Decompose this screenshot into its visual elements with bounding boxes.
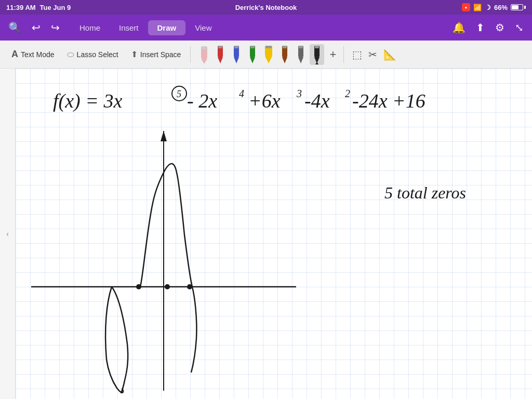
curve-v-left bbox=[105, 287, 123, 393]
app-name: Derrick's Notebook bbox=[235, 4, 297, 11]
pen-brown[interactable] bbox=[277, 44, 292, 65]
fullscreen-icon[interactable]: ⤡ bbox=[515, 21, 524, 34]
share-icon[interactable]: ⬆ bbox=[476, 21, 485, 34]
svg-rect-11 bbox=[250, 46, 255, 48]
search-icon[interactable]: 🔍 bbox=[8, 21, 21, 34]
date: Tue Jun 9 bbox=[40, 4, 71, 11]
content-area: ‹ f(x) = 3x 5 - 2x 4 +6x 3 -4x 2 -24x +1… bbox=[0, 69, 532, 399]
lasso-tool-icon[interactable]: ✂ bbox=[368, 48, 377, 61]
insert-space-button[interactable]: ⬆ Insert Space bbox=[126, 47, 187, 62]
svg-rect-5 bbox=[218, 46, 222, 48]
toolbar-divider bbox=[190, 46, 191, 63]
svg-marker-10 bbox=[250, 57, 255, 63]
svg-rect-2 bbox=[202, 46, 207, 49]
nav-right-icons: 🔔 ⬆ ⚙ ⤡ bbox=[453, 21, 524, 34]
formula-f: f(x) = 3x bbox=[53, 90, 122, 112]
status-bar: 11:39 AM Tue Jun 9 Derrick's Notebook ● … bbox=[0, 0, 532, 15]
pen-green[interactable] bbox=[245, 44, 260, 65]
pen-gray[interactable] bbox=[294, 44, 308, 65]
pen-pink[interactable] bbox=[197, 44, 211, 65]
insert-space-label: Insert Space bbox=[140, 50, 181, 59]
svg-text:2: 2 bbox=[345, 88, 350, 99]
svg-text:5: 5 bbox=[177, 89, 181, 99]
curve-left bbox=[112, 287, 128, 380]
svg-rect-23 bbox=[315, 46, 319, 48]
tab-draw[interactable]: Draw bbox=[148, 20, 186, 35]
status-left: 11:39 AM Tue Jun 9 bbox=[6, 4, 71, 11]
lasso-icon: ⬭ bbox=[67, 50, 74, 59]
toolbar-divider-2 bbox=[343, 46, 344, 63]
svg-rect-17 bbox=[283, 46, 287, 48]
moon-icon: ☽ bbox=[485, 4, 491, 11]
svg-marker-16 bbox=[282, 57, 287, 63]
svg-marker-24 bbox=[315, 62, 318, 64]
svg-marker-4 bbox=[218, 57, 223, 63]
zero-dot-2 bbox=[165, 284, 170, 289]
zeros-annotation: 5 total zeros bbox=[384, 183, 466, 202]
toolbar-right-icons: ⬚ ✂ 📐 bbox=[352, 48, 396, 61]
lasso-select-label: Lasso Select bbox=[77, 50, 118, 59]
svg-text:4: 4 bbox=[239, 88, 244, 99]
tab-insert[interactable]: Insert bbox=[110, 20, 148, 35]
zero-dot-3 bbox=[187, 284, 192, 289]
svg-rect-14 bbox=[265, 46, 272, 48]
chevron-left-icon: ‹ bbox=[6, 230, 9, 238]
svg-rect-8 bbox=[234, 46, 238, 48]
status-right: ● 📶 ☽ 66% bbox=[462, 3, 526, 11]
nav-tabs: Home Insert Draw View bbox=[70, 20, 453, 35]
formula-rest: - 2x bbox=[187, 90, 217, 112]
text-mode-icon: A bbox=[11, 49, 18, 60]
bell-icon[interactable]: 🔔 bbox=[453, 21, 466, 34]
settings-icon[interactable]: ⚙ bbox=[495, 21, 504, 34]
nav-left-icons: 🔍 ↩ ↪ bbox=[8, 21, 60, 34]
drawing-canvas: f(x) = 3x 5 - 2x 4 +6x 3 -4x 2 -24x +16 … bbox=[16, 69, 532, 399]
tab-home[interactable]: Home bbox=[70, 20, 110, 35]
insert-space-icon: ⬆ bbox=[131, 49, 138, 59]
svg-marker-13 bbox=[265, 56, 272, 63]
pen-red[interactable] bbox=[213, 44, 228, 65]
svg-text:3: 3 bbox=[296, 88, 302, 99]
pen-black[interactable] bbox=[310, 44, 324, 65]
svg-text:-24x +16: -24x +16 bbox=[352, 90, 425, 112]
text-mode-label: Text Mode bbox=[21, 50, 55, 59]
selection-icon[interactable]: ⬚ bbox=[352, 48, 362, 61]
undo-icon[interactable]: ↩ bbox=[32, 21, 41, 34]
redo-icon[interactable]: ↪ bbox=[51, 21, 60, 34]
ruler-icon[interactable]: 📐 bbox=[383, 48, 396, 61]
battery-percent: 66% bbox=[494, 4, 508, 11]
svg-marker-19 bbox=[298, 57, 303, 63]
add-pen-button[interactable]: + bbox=[326, 48, 339, 61]
curve-right-down bbox=[191, 287, 196, 373]
y-axis-arrow bbox=[161, 131, 167, 141]
svg-text:-4x: -4x bbox=[304, 90, 330, 112]
svg-rect-20 bbox=[299, 46, 303, 48]
svg-text:+6x: +6x bbox=[248, 90, 281, 112]
battery-indicator bbox=[511, 4, 526, 10]
zero-dot-1 bbox=[136, 284, 141, 289]
svg-marker-1 bbox=[201, 59, 207, 64]
pen-colors bbox=[197, 44, 324, 65]
text-mode-button[interactable]: A Text Mode bbox=[6, 46, 60, 62]
pen-yellow[interactable] bbox=[261, 44, 276, 65]
sidebar-toggle[interactable]: ‹ bbox=[0, 69, 16, 399]
toolbar: A Text Mode ⬭ Lasso Select ⬆ Insert Spac… bbox=[0, 41, 532, 69]
lasso-select-button[interactable]: ⬭ Lasso Select bbox=[62, 47, 124, 62]
notebook-page[interactable]: f(x) = 3x 5 - 2x 4 +6x 3 -4x 2 -24x +16 … bbox=[16, 69, 532, 399]
wifi-icon: 📶 bbox=[473, 4, 482, 11]
curve-middle-up bbox=[140, 164, 192, 287]
time: 11:39 AM bbox=[6, 4, 36, 11]
nav-bar: 🔍 ↩ ↪ Home Insert Draw View 🔔 ⬆ ⚙ ⤡ bbox=[0, 15, 532, 41]
record-icon: ● bbox=[462, 3, 470, 11]
svg-marker-7 bbox=[234, 57, 239, 63]
tab-view[interactable]: View bbox=[185, 20, 221, 35]
pen-blue[interactable] bbox=[229, 44, 244, 65]
